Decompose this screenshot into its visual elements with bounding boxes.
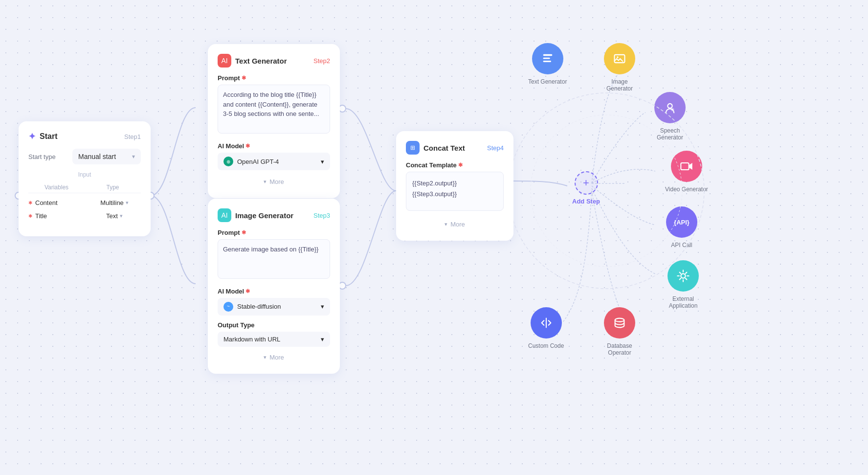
add-step-label: Add Step <box>572 198 600 205</box>
tool-node-db[interactable]: Database Operator <box>598 307 642 356</box>
variables-col-header: Variables <box>28 184 85 191</box>
image-gen-prompt-textarea[interactable]: Generate image based on {{Title}} <box>218 239 330 279</box>
image-gen-tool-icon <box>604 43 635 74</box>
output-type-select[interactable]: Markdown with URL ▾ <box>218 332 330 347</box>
svg-point-13 <box>615 318 624 322</box>
concat-text-card: ⊞ Concat Text Step4 Concat Template ✱ {{… <box>396 131 513 241</box>
concat-template-label: Concat Template ✱ <box>406 161 504 169</box>
image-ai-model-label: AI Model ✱ <box>218 288 330 295</box>
required-indicator: ✱ <box>458 162 463 168</box>
video-gen-tool-label: Video Generator <box>665 186 708 193</box>
tool-node-ext-app[interactable]: External Application <box>661 260 705 309</box>
image-gen-title-group: AI Image Generator <box>218 208 293 222</box>
text-gen-tool-label: Text Generator <box>528 78 567 85</box>
svg-point-9 <box>668 104 672 108</box>
svg-point-8 <box>617 56 619 58</box>
more-label: More <box>269 178 284 185</box>
text-gen-model-select[interactable]: ⊕ OpenAI GPT-4 ▾ <box>218 153 330 170</box>
db-tool-icon <box>604 307 635 339</box>
ext-app-tool-label: External Application <box>661 295 705 309</box>
variable-type-content[interactable]: Multiline ▾ <box>88 199 141 206</box>
required-indicator: ✱ <box>245 143 250 149</box>
start-step-label: Step1 <box>124 133 141 140</box>
image-gen-model-value: Stable-diffusion <box>237 303 281 310</box>
openai-icon: ⊕ <box>223 157 233 166</box>
chevron-down-icon: ▾ <box>126 200 129 206</box>
tool-node-custom-code[interactable]: Custom Code <box>528 307 564 349</box>
text-gen-step: Step2 <box>313 57 330 65</box>
plus-icon: + <box>583 177 589 189</box>
video-gen-tool-icon <box>671 151 702 182</box>
text-gen-more[interactable]: ▾ More <box>218 175 330 188</box>
image-generator-card: AI Image Generator Step3 Prompt ✱ Genera… <box>208 199 340 374</box>
input-table-header: Variables Type <box>28 182 141 193</box>
stable-diffusion-icon: ~ <box>223 302 233 312</box>
chevron-down-icon: ▾ <box>120 213 123 219</box>
chevron-down-icon: ▾ <box>445 221 447 227</box>
more-label: More <box>269 354 284 361</box>
variable-row-content: ✱ Content Multiline ▾ <box>28 196 141 209</box>
tool-node-speech-gen[interactable]: Speech Generator <box>648 92 692 141</box>
chevron-down-icon: ▾ <box>132 153 135 160</box>
svg-rect-4 <box>543 54 552 56</box>
concat-more[interactable]: ▾ More <box>406 218 504 231</box>
image-gen-more[interactable]: ▾ More <box>218 351 330 364</box>
svg-point-1 <box>339 282 346 289</box>
svg-rect-5 <box>543 58 550 59</box>
text-generator-card: AI Text Generator Step2 Prompt ✱ Accordi… <box>208 44 340 198</box>
variable-name-content: Content <box>35 199 88 206</box>
add-step-circle: + <box>575 171 598 195</box>
image-gen-model-select[interactable]: ~ Stable-diffusion ▾ <box>218 298 330 316</box>
input-section: Input Variables Type ✱ Content Multiline… <box>28 171 141 223</box>
text-gen-model-value: OpenAI GPT-4 <box>237 158 279 165</box>
speech-gen-tool-label: Speech Generator <box>648 127 692 141</box>
image-gen-title: Image Generator <box>235 211 293 220</box>
text-gen-title-group: AI Text Generator <box>218 54 287 68</box>
concat-template-value[interactable]: {{Step2.output}}{{Step3.output}} <box>406 172 504 211</box>
chevron-down-icon: ▾ <box>264 179 267 185</box>
required-indicator: ✱ <box>245 288 250 294</box>
image-prompt-label: Prompt ✱ <box>218 229 330 236</box>
text-gen-prompt-textarea[interactable]: According to the blog title {{Title}} an… <box>218 85 330 134</box>
concat-title-group: ⊞ Concat Text <box>406 141 465 155</box>
prompt-label: Prompt ✱ <box>218 74 330 82</box>
tool-node-video-gen[interactable]: Video Generator <box>665 151 708 193</box>
model-select-left: ~ Stable-diffusion <box>223 302 281 312</box>
svg-rect-6 <box>543 61 551 62</box>
ai-model-label: AI Model ✱ <box>218 142 330 150</box>
tool-node-image-gen[interactable]: Image Generator <box>598 43 642 92</box>
start-card-header: ✦ Start Step1 <box>28 131 141 142</box>
speech-gen-tool-icon <box>654 92 686 123</box>
type-col-header: Type <box>85 184 141 191</box>
image-ai-model-section: AI Model ✱ ~ Stable-diffusion ▾ <box>218 288 330 316</box>
required-star-icon: ✱ <box>28 200 32 205</box>
output-type-label: Output Type <box>218 321 330 329</box>
start-title-text: Start <box>40 132 57 141</box>
custom-code-tool-icon <box>531 307 562 339</box>
required-star-icon: ✱ <box>28 213 32 219</box>
concat-title: Concat Text <box>423 144 465 152</box>
more-label: More <box>450 221 465 228</box>
chevron-down-icon: ▾ <box>321 303 324 310</box>
text-gen-icon: AI <box>218 54 231 68</box>
text-gen-title: Text Generator <box>235 57 287 65</box>
chevron-down-icon: ▾ <box>264 354 267 361</box>
add-step-button[interactable]: + Add Step <box>572 171 600 205</box>
model-select-left: ⊕ OpenAI GPT-4 <box>223 157 279 166</box>
svg-rect-11 <box>681 163 689 170</box>
start-type-value: Manual start <box>78 153 116 160</box>
variable-type-title[interactable]: Text ▾ <box>88 212 141 220</box>
start-card-title: ✦ Start <box>28 131 57 142</box>
tool-node-api-call[interactable]: {API} API Call <box>666 206 697 249</box>
image-gen-header: AI Image Generator Step3 <box>218 208 330 222</box>
ext-app-tool-icon <box>668 260 699 292</box>
output-type-section: Output Type Markdown with URL ▾ <box>218 321 330 347</box>
concat-icon: ⊞ <box>406 141 420 155</box>
tool-node-text-gen[interactable]: Text Generator <box>528 43 567 85</box>
api-call-tool-icon: {API} <box>666 206 697 238</box>
start-type-select[interactable]: Manual start ▾ <box>72 149 141 164</box>
star-icon: ✦ <box>28 131 36 142</box>
custom-code-tool-label: Custom Code <box>528 342 564 349</box>
workflow-canvas: ✦ Start Step1 Start type Manual start ▾ … <box>0 0 868 475</box>
api-call-tool-label: API Call <box>671 242 692 249</box>
